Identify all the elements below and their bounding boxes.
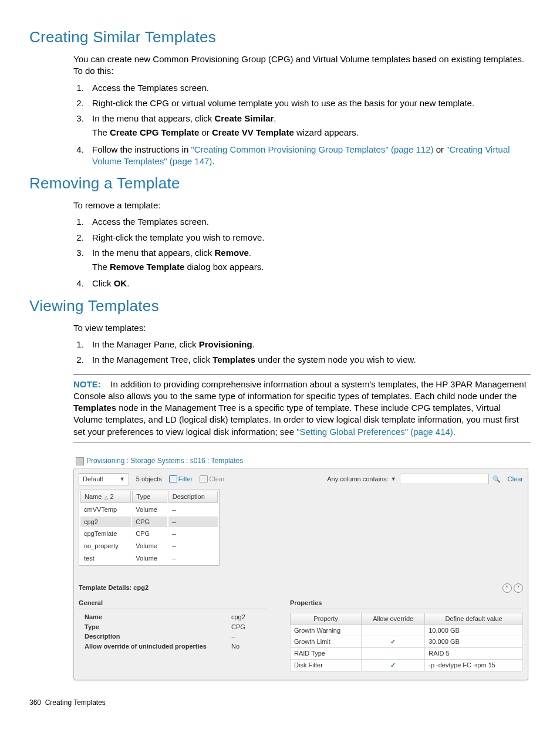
steps-removing: Access the Templates screen. Right-click… <box>73 216 531 289</box>
step-3-sub: The Create CPG Template or Create VV Tem… <box>92 127 531 139</box>
note-block: NOTE: In addition to providing comprehen… <box>73 374 531 443</box>
table-row: Growth Warning10.000 GB <box>291 625 523 636</box>
table-row[interactable]: no_propertyVolume-- <box>80 541 218 552</box>
anycolumn-label: Any column contains: ▼ <box>327 475 396 484</box>
gen-allow-v: No <box>231 642 239 651</box>
sort-asc-icon: △ <box>104 495 108 500</box>
heading-removing: Removing a Template <box>29 173 531 194</box>
gen-name-v: cpg2 <box>231 613 245 622</box>
step-1: Access the Templates screen. <box>86 82 531 94</box>
gen-allow-k: Allow override of unincluded properties <box>85 642 231 651</box>
anycolumn-input[interactable] <box>400 474 489 484</box>
object-count: 5 objects <box>136 475 162 484</box>
step-r3-sub: The Remove Template dialog box appears. <box>92 261 531 273</box>
collapse-down-icon[interactable]: ˅ <box>514 583 523 593</box>
filter-button[interactable]: Filter <box>169 475 193 484</box>
table-row: RAID TypeRAID 5 <box>291 648 523 660</box>
search-icon[interactable]: 🔍 <box>492 475 501 484</box>
gen-desc-v: -- <box>231 632 235 641</box>
tab-properties[interactable]: Properties <box>290 599 523 609</box>
chevron-down-icon[interactable]: ▼ <box>391 475 396 482</box>
table-row[interactable]: testVolume-- <box>80 553 218 564</box>
app-screenshot: Provisioning : Storage Systems : s016 : … <box>73 454 528 680</box>
step-r1: Access the Templates screen. <box>86 216 531 228</box>
intro-viewing: To view templates: <box>73 322 531 334</box>
col-property[interactable]: Property <box>291 613 362 625</box>
filter-icon <box>169 475 177 482</box>
col-type[interactable]: Type <box>132 491 167 503</box>
heading-viewing: Viewing Templates <box>29 296 531 316</box>
step-v2: In the Management Tree, click Templates … <box>86 354 531 366</box>
filter-clear-disabled: Clear <box>200 475 224 484</box>
chevron-down-icon: ▼ <box>120 475 125 482</box>
properties-table: Property Allow override Define default v… <box>290 613 523 671</box>
step-4: Follow the instructions in "Creating Com… <box>86 144 531 168</box>
gen-type-v: CPG <box>231 623 245 632</box>
table-row: Disk Filter✓-p -devtype FC -rpm 15 <box>291 660 523 671</box>
window-icon <box>76 457 84 465</box>
check-icon: ✓ <box>362 636 425 648</box>
table-row[interactable]: cmVVTempVolume-- <box>80 504 218 515</box>
steps-viewing: In the Manager Pane, click Provisioning.… <box>73 339 531 366</box>
col-allow-override[interactable]: Allow override <box>362 613 425 625</box>
step-r3: In the menu that appears, click Remove. … <box>86 247 531 274</box>
step-3: In the menu that appears, click Create S… <box>86 113 531 139</box>
heading-creating-similar: Creating Similar Templates <box>29 27 531 48</box>
steps-creating: Access the Templates screen. Right-click… <box>73 82 531 168</box>
check-icon: ✓ <box>362 660 425 671</box>
link-cpg-templates[interactable]: "Creating Common Provisioning Group Temp… <box>191 144 433 154</box>
view-dropdown[interactable]: Default▼ <box>79 473 129 485</box>
note-label: NOTE: <box>73 379 101 389</box>
col-description[interactable]: Description <box>168 491 218 503</box>
gen-name-k: Name <box>85 613 231 622</box>
table-row[interactable]: cpg2CPG-- <box>80 517 218 528</box>
details-title: Template Details: cpg2 <box>79 583 149 592</box>
step-r4: Click OK. <box>86 278 531 289</box>
col-default-value[interactable]: Define default value <box>425 613 523 625</box>
col-name[interactable]: Name △ 2 <box>80 491 131 503</box>
gen-desc-k: Description <box>85 632 231 641</box>
tab-general[interactable]: General <box>79 599 266 609</box>
page-footer: 360 Creating Templates <box>29 698 531 707</box>
step-2: Right-click the CPG or virtual volume te… <box>86 97 531 109</box>
collapse-up-icon[interactable]: ˄ <box>502 583 512 593</box>
intro-creating: You can create new Common Provisioning G… <box>73 53 531 77</box>
gen-type-k: Type <box>85 623 231 632</box>
table-row: Growth Limit✓30.000 GB <box>291 636 523 648</box>
clear-button[interactable]: Clear <box>508 475 523 484</box>
breadcrumb: Provisioning : Storage Systems : s016 : … <box>73 454 528 468</box>
clear-icon <box>200 475 208 482</box>
step-v1: In the Manager Pane, click Provisioning. <box>86 339 531 350</box>
link-global-prefs[interactable]: "Setting Global Preferences" (page 414) <box>296 427 453 437</box>
step-r2: Right-click the template you wish to rem… <box>86 232 531 244</box>
templates-table[interactable]: Name △ 2 Type Description cmVVTempVolume… <box>79 489 220 566</box>
intro-removing: To remove a template: <box>73 200 531 211</box>
table-row[interactable]: cpgTemlateCPG-- <box>80 528 218 539</box>
